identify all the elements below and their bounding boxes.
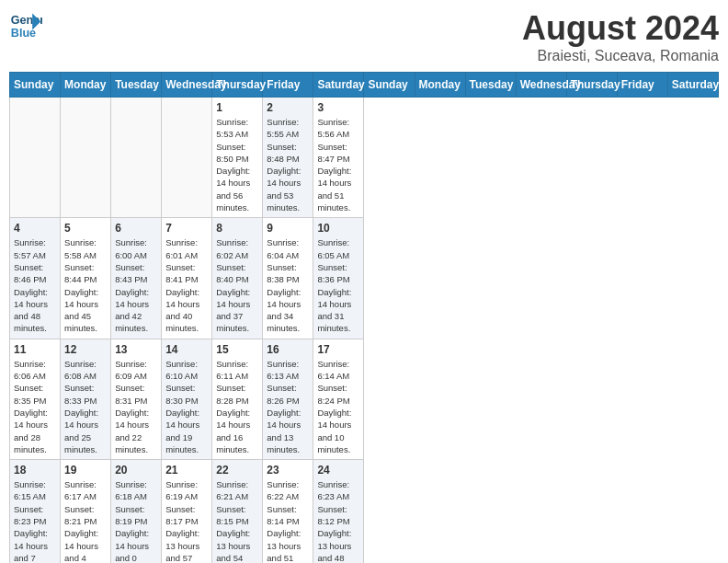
day-info: Sunrise: 5:53 AM Sunset: 8:50 PM Dayligh… bbox=[216, 116, 258, 213]
week-row-2: 4Sunrise: 5:57 AM Sunset: 8:46 PM Daylig… bbox=[10, 218, 719, 339]
logo: General Blue bbox=[9, 9, 42, 42]
calendar-cell: 2Sunrise: 5:55 AM Sunset: 8:48 PM Daylig… bbox=[263, 98, 313, 218]
col-header-wednesday: Wednesday bbox=[516, 73, 566, 98]
day-number: 24 bbox=[317, 464, 359, 477]
calendar-cell: 18Sunrise: 6:15 AM Sunset: 8:23 PM Dayli… bbox=[10, 460, 61, 563]
day-number: 7 bbox=[165, 222, 208, 235]
calendar-cell: 7Sunrise: 6:01 AM Sunset: 8:41 PM Daylig… bbox=[162, 218, 212, 339]
day-info: Sunrise: 6:10 AM Sunset: 8:30 PM Dayligh… bbox=[165, 358, 208, 455]
calendar-cell bbox=[10, 98, 61, 218]
col-header-thursday: Thursday bbox=[566, 73, 617, 98]
day-info: Sunrise: 6:21 AM Sunset: 8:15 PM Dayligh… bbox=[216, 478, 258, 563]
day-number: 23 bbox=[267, 464, 309, 477]
day-info: Sunrise: 6:05 AM Sunset: 8:36 PM Dayligh… bbox=[317, 236, 359, 334]
day-info: Sunrise: 6:00 AM Sunset: 8:43 PM Dayligh… bbox=[115, 236, 157, 334]
day-number: 1 bbox=[216, 101, 258, 114]
calendar-cell bbox=[61, 98, 111, 218]
calendar-cell: 10Sunrise: 6:05 AM Sunset: 8:36 PM Dayli… bbox=[313, 218, 364, 339]
header-monday: Monday bbox=[61, 73, 111, 98]
day-info: Sunrise: 6:06 AM Sunset: 8:35 PM Dayligh… bbox=[14, 358, 56, 455]
day-info: Sunrise: 6:08 AM Sunset: 8:33 PM Dayligh… bbox=[64, 358, 107, 455]
header-tuesday: Tuesday bbox=[111, 73, 162, 98]
day-info: Sunrise: 6:14 AM Sunset: 8:24 PM Dayligh… bbox=[317, 358, 359, 455]
day-number: 19 bbox=[64, 464, 107, 477]
day-info: Sunrise: 6:23 AM Sunset: 8:12 PM Dayligh… bbox=[317, 478, 359, 563]
day-info: Sunrise: 6:11 AM Sunset: 8:28 PM Dayligh… bbox=[216, 358, 258, 455]
calendar-cell: 21Sunrise: 6:19 AM Sunset: 8:17 PM Dayli… bbox=[162, 460, 212, 563]
day-number: 8 bbox=[216, 222, 258, 235]
day-number: 4 bbox=[14, 222, 56, 235]
day-number: 20 bbox=[115, 464, 157, 477]
day-number: 3 bbox=[317, 101, 359, 114]
calendar-cell: 5Sunrise: 5:58 AM Sunset: 8:44 PM Daylig… bbox=[61, 218, 111, 339]
svg-text:Blue: Blue bbox=[11, 27, 36, 40]
day-info: Sunrise: 6:22 AM Sunset: 8:14 PM Dayligh… bbox=[267, 478, 309, 563]
day-info: Sunrise: 6:01 AM Sunset: 8:41 PM Dayligh… bbox=[165, 236, 208, 334]
header-sunday: Sunday bbox=[10, 73, 61, 98]
calendar-cell: 24Sunrise: 6:23 AM Sunset: 8:12 PM Dayli… bbox=[313, 460, 364, 563]
calendar-cell: 9Sunrise: 6:04 AM Sunset: 8:38 PM Daylig… bbox=[263, 218, 313, 339]
calendar-cell bbox=[162, 98, 212, 218]
day-number: 10 bbox=[317, 222, 359, 235]
header-thursday: Thursday bbox=[212, 73, 263, 98]
calendar-cell: 4Sunrise: 5:57 AM Sunset: 8:46 PM Daylig… bbox=[10, 218, 61, 339]
header-friday: Friday bbox=[263, 73, 313, 98]
day-info: Sunrise: 6:18 AM Sunset: 8:19 PM Dayligh… bbox=[115, 478, 157, 563]
week-row-1: 1Sunrise: 5:53 AM Sunset: 8:50 PM Daylig… bbox=[10, 98, 719, 218]
day-number: 22 bbox=[216, 464, 258, 477]
calendar-cell: 11Sunrise: 6:06 AM Sunset: 8:35 PM Dayli… bbox=[10, 339, 61, 459]
calendar-cell: 8Sunrise: 6:02 AM Sunset: 8:40 PM Daylig… bbox=[212, 218, 263, 339]
day-number: 12 bbox=[64, 343, 107, 356]
header: General Blue August 2024 Braiesti, Sucea… bbox=[9, 9, 719, 64]
col-header-sunday: Sunday bbox=[364, 73, 415, 98]
calendar-cell: 3Sunrise: 5:56 AM Sunset: 8:47 PM Daylig… bbox=[313, 98, 364, 218]
day-info: Sunrise: 5:58 AM Sunset: 8:44 PM Dayligh… bbox=[64, 236, 107, 334]
day-info: Sunrise: 6:09 AM Sunset: 8:31 PM Dayligh… bbox=[115, 358, 157, 455]
day-number: 13 bbox=[115, 343, 157, 356]
col-header-friday: Friday bbox=[617, 73, 667, 98]
day-number: 16 bbox=[267, 343, 309, 356]
header-saturday: Saturday bbox=[313, 73, 364, 98]
calendar-cell: 15Sunrise: 6:11 AM Sunset: 8:28 PM Dayli… bbox=[212, 339, 263, 459]
page-subtitle: Braiesti, Suceava, Romania bbox=[522, 48, 719, 64]
day-info: Sunrise: 6:15 AM Sunset: 8:23 PM Dayligh… bbox=[14, 478, 56, 563]
day-info: Sunrise: 5:57 AM Sunset: 8:46 PM Dayligh… bbox=[14, 236, 56, 334]
day-number: 11 bbox=[14, 343, 56, 356]
col-header-monday: Monday bbox=[415, 73, 465, 98]
calendar-cell: 14Sunrise: 6:10 AM Sunset: 8:30 PM Dayli… bbox=[162, 339, 212, 459]
day-number: 21 bbox=[165, 464, 208, 477]
day-info: Sunrise: 6:13 AM Sunset: 8:26 PM Dayligh… bbox=[267, 358, 309, 455]
day-info: Sunrise: 5:55 AM Sunset: 8:48 PM Dayligh… bbox=[267, 116, 309, 213]
calendar-cell: 23Sunrise: 6:22 AM Sunset: 8:14 PM Dayli… bbox=[263, 460, 313, 563]
col-header-saturday: Saturday bbox=[667, 73, 718, 98]
calendar-header-row: SundayMondayTuesdayWednesdayThursdayFrid… bbox=[10, 73, 719, 98]
calendar-cell bbox=[111, 98, 162, 218]
day-info: Sunrise: 6:17 AM Sunset: 8:21 PM Dayligh… bbox=[64, 478, 107, 563]
day-number: 9 bbox=[267, 222, 309, 235]
calendar-cell: 6Sunrise: 6:00 AM Sunset: 8:43 PM Daylig… bbox=[111, 218, 162, 339]
calendar-cell: 20Sunrise: 6:18 AM Sunset: 8:19 PM Dayli… bbox=[111, 460, 162, 563]
calendar-cell: 17Sunrise: 6:14 AM Sunset: 8:24 PM Dayli… bbox=[313, 339, 364, 459]
calendar-cell: 22Sunrise: 6:21 AM Sunset: 8:15 PM Dayli… bbox=[212, 460, 263, 563]
calendar-table: SundayMondayTuesdayWednesdayThursdayFrid… bbox=[9, 72, 719, 563]
day-number: 17 bbox=[317, 343, 359, 356]
calendar-cell: 1Sunrise: 5:53 AM Sunset: 8:50 PM Daylig… bbox=[212, 98, 263, 218]
calendar-cell: 19Sunrise: 6:17 AM Sunset: 8:21 PM Dayli… bbox=[61, 460, 111, 563]
day-number: 6 bbox=[115, 222, 157, 235]
calendar-cell: 12Sunrise: 6:08 AM Sunset: 8:33 PM Dayli… bbox=[61, 339, 111, 459]
day-info: Sunrise: 6:02 AM Sunset: 8:40 PM Dayligh… bbox=[216, 236, 258, 334]
header-wednesday: Wednesday bbox=[162, 73, 212, 98]
day-number: 5 bbox=[64, 222, 107, 235]
title-area: August 2024 Braiesti, Suceava, Romania bbox=[522, 9, 719, 64]
week-row-3: 11Sunrise: 6:06 AM Sunset: 8:35 PM Dayli… bbox=[10, 339, 719, 459]
day-number: 2 bbox=[267, 101, 309, 114]
day-number: 18 bbox=[14, 464, 56, 477]
week-row-4: 18Sunrise: 6:15 AM Sunset: 8:23 PM Dayli… bbox=[10, 460, 719, 563]
page-title: August 2024 bbox=[522, 9, 719, 48]
calendar-cell: 16Sunrise: 6:13 AM Sunset: 8:26 PM Dayli… bbox=[263, 339, 313, 459]
day-info: Sunrise: 6:04 AM Sunset: 8:38 PM Dayligh… bbox=[267, 236, 309, 334]
logo-icon: General Blue bbox=[9, 9, 42, 42]
day-info: Sunrise: 5:56 AM Sunset: 8:47 PM Dayligh… bbox=[317, 116, 359, 213]
calendar-cell: 13Sunrise: 6:09 AM Sunset: 8:31 PM Dayli… bbox=[111, 339, 162, 459]
day-number: 15 bbox=[216, 343, 258, 356]
